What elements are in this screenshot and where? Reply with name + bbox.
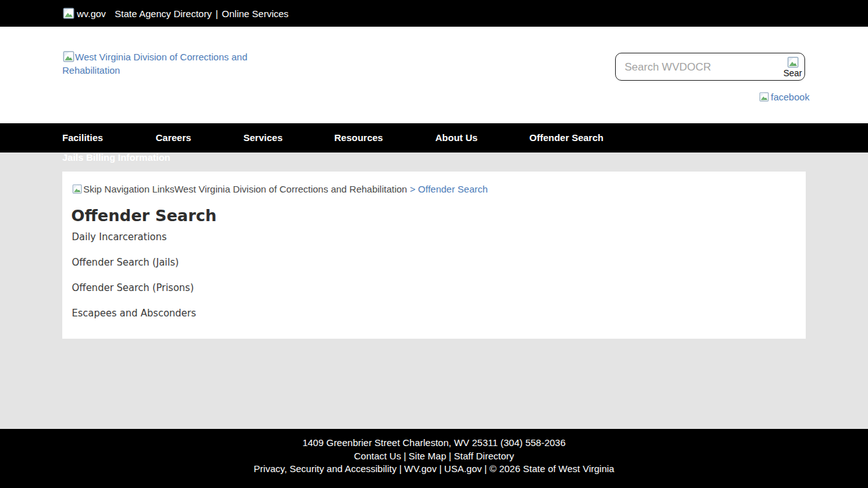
broken-image-icon — [62, 7, 75, 20]
facebook-link[interactable]: facebook — [759, 92, 810, 102]
topbar: wv.gov State Agency Directory|Online Ser… — [0, 0, 868, 27]
separator: | — [484, 463, 487, 474]
main-nav: Facilities Careers Services Resources Ab… — [0, 123, 868, 152]
separator: | — [215, 8, 218, 19]
content-card: Skip Navigation LinksWest Virginia Divis… — [62, 172, 806, 339]
separator: | — [403, 451, 406, 461]
footer-address: 1409 Greenbrier Street Charleston, WV 25… — [0, 437, 868, 450]
nav-item-about-us[interactable]: About Us — [435, 123, 478, 152]
link-daily-incarcerations[interactable]: Daily Incarcerations — [72, 231, 166, 243]
copyright-text: © 2026 State of West Virginia — [489, 463, 614, 474]
breadcrumb-root: West Virginia Division of Corrections an… — [174, 184, 407, 194]
wvgov-link[interactable]: wv.gov — [62, 7, 106, 20]
state-agency-directory-link[interactable]: State Agency Directory — [115, 8, 212, 19]
separator: | — [439, 463, 442, 474]
footer: 1409 Greenbrier Street Charleston, WV 25… — [0, 429, 868, 488]
link-offender-search-prisons[interactable]: Offender Search (Prisons) — [72, 282, 194, 294]
site-map-link[interactable]: Site Map — [409, 451, 446, 461]
broken-image-icon — [759, 92, 770, 102]
privacy-security-accessibility-link[interactable]: Privacy, Security and Accessibility — [254, 463, 397, 474]
broken-image-icon — [62, 50, 75, 63]
search-input[interactable] — [623, 54, 772, 81]
footer-links: Contact Us|Site Map|Staff Directory — [0, 450, 868, 463]
link-escapees-and-absconders[interactable]: Escapees and Absconders — [72, 308, 196, 319]
wvgov-label: wv.gov — [77, 8, 106, 19]
footer-legal: Privacy, Security and Accessibility|WV.g… — [0, 463, 868, 476]
nav-item-facilities[interactable]: Facilities — [62, 123, 103, 152]
site-logo-link[interactable]: West Virginia Division of Corrections an… — [62, 50, 248, 77]
broken-image-icon — [72, 184, 83, 194]
separator: | — [449, 451, 451, 461]
breadcrumb: Skip Navigation LinksWest Virginia Divis… — [72, 184, 488, 194]
facebook-link-label: facebook — [771, 92, 810, 102]
breadcrumb-separator: > — [407, 184, 418, 194]
search-box: Sear — [615, 53, 805, 81]
wvgov-footer-link[interactable]: WV.gov — [404, 463, 437, 474]
nav-item-careers[interactable]: Careers — [156, 123, 191, 152]
page: wv.gov State Agency Directory|Online Ser… — [0, 0, 868, 488]
nav-item-offender-search[interactable]: Offender Search — [529, 123, 604, 152]
breadcrumb-current-offender-search[interactable]: Offender Search — [418, 184, 488, 194]
skip-navigation-links[interactable]: Skip Navigation Links — [83, 184, 174, 194]
usagov-footer-link[interactable]: USA.gov — [444, 463, 482, 474]
nav-item-services[interactable]: Services — [243, 123, 283, 152]
contact-us-link[interactable]: Contact Us — [354, 451, 401, 461]
link-offender-search-jails[interactable]: Offender Search (Jails) — [72, 257, 179, 268]
staff-directory-link[interactable]: Staff Directory — [454, 451, 514, 461]
submenu-item-jails-billing-information[interactable]: Jails Billing Information — [62, 152, 170, 163]
search-button[interactable]: Sear — [782, 56, 804, 80]
topbar-links: State Agency Directory|Online Services — [115, 8, 289, 19]
nav-item-resources[interactable]: Resources — [334, 123, 383, 152]
online-services-link[interactable]: Online Services — [222, 8, 288, 19]
broken-image-icon — [787, 56, 799, 69]
site-logo-alt-text: West Virginia Division of Corrections an… — [62, 51, 247, 76]
site-header: West Virginia Division of Corrections an… — [0, 27, 868, 123]
page-title: Offender Search — [71, 207, 217, 225]
search-button-alt-text: Sear — [783, 69, 803, 78]
separator: | — [399, 463, 402, 474]
